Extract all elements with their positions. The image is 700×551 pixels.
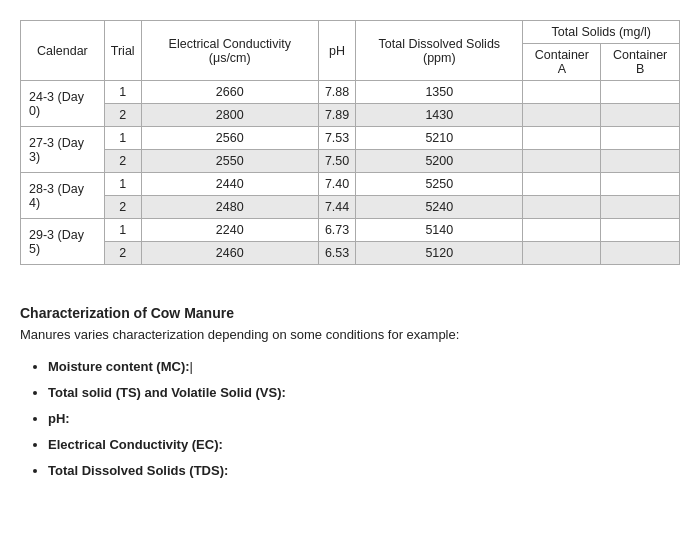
container-b-cell [601, 173, 680, 196]
container-b-cell [601, 196, 680, 219]
section-title: Characterization of Cow Manure [20, 305, 680, 321]
tds-cell: 5120 [356, 242, 523, 265]
container-a-cell [523, 127, 601, 150]
bullet-label: Electrical Conductivity (EC): [48, 437, 223, 452]
ph-cell: 7.89 [318, 104, 355, 127]
container-b-cell [601, 81, 680, 104]
container-b-cell [601, 150, 680, 173]
ph-cell: 7.44 [318, 196, 355, 219]
trial-cell: 1 [104, 219, 141, 242]
calendar-cell: 24-3 (Day 0) [21, 81, 105, 127]
container-a-cell [523, 196, 601, 219]
col-header-total-solids: Total Solids (mg/l) [523, 21, 680, 44]
container-a-cell [523, 81, 601, 104]
trial-cell: 1 [104, 173, 141, 196]
col-header-ph: pH [318, 21, 355, 81]
bullet-label: pH: [48, 411, 70, 426]
bullet-label: Total Dissolved Solids (TDS): [48, 463, 228, 478]
bullet-list: Moisture content (MC):|Total solid (TS) … [20, 354, 680, 484]
bullet-item: Moisture content (MC):| [48, 354, 680, 380]
tds-cell: 1350 [356, 81, 523, 104]
calendar-cell: 29-3 (Day 5) [21, 219, 105, 265]
container-a-cell [523, 242, 601, 265]
col-header-container-a: Container A [523, 44, 601, 81]
container-b-cell [601, 104, 680, 127]
col-header-tds: Total Dissolved Solids (ppm) [356, 21, 523, 81]
ec-cell: 2480 [141, 196, 318, 219]
characterization-section: Characterization of Cow Manure Manures v… [20, 295, 680, 494]
bullet-item: Electrical Conductivity (EC): [48, 432, 680, 458]
container-a-cell [523, 104, 601, 127]
ph-cell: 7.88 [318, 81, 355, 104]
col-header-ec: Electrical Conductivity (μs/cm) [141, 21, 318, 81]
ph-cell: 7.50 [318, 150, 355, 173]
tds-cell: 5240 [356, 196, 523, 219]
ph-cell: 7.40 [318, 173, 355, 196]
ec-cell: 2800 [141, 104, 318, 127]
ph-cell: 6.73 [318, 219, 355, 242]
trial-cell: 1 [104, 127, 141, 150]
col-header-container-b: Container B [601, 44, 680, 81]
trial-cell: 2 [104, 150, 141, 173]
trial-cell: 2 [104, 104, 141, 127]
section-description: Manures varies characterization dependin… [20, 327, 680, 342]
tds-cell: 5140 [356, 219, 523, 242]
data-table: Calendar Trial Electrical Conductivity (… [20, 20, 680, 265]
container-a-cell [523, 150, 601, 173]
tds-cell: 5250 [356, 173, 523, 196]
ec-cell: 2460 [141, 242, 318, 265]
ec-cell: 2550 [141, 150, 318, 173]
ec-cell: 2240 [141, 219, 318, 242]
container-b-cell [601, 242, 680, 265]
bullet-item: pH: [48, 406, 680, 432]
bullet-item: Total solid (TS) and Volatile Solid (VS)… [48, 380, 680, 406]
col-header-trial: Trial [104, 21, 141, 81]
container-b-cell [601, 219, 680, 242]
ph-cell: 6.53 [318, 242, 355, 265]
container-b-cell [601, 127, 680, 150]
tds-cell: 5200 [356, 150, 523, 173]
ph-cell: 7.53 [318, 127, 355, 150]
calendar-cell: 28-3 (Day 4) [21, 173, 105, 219]
bullet-label: Total solid (TS) and Volatile Solid (VS)… [48, 385, 286, 400]
ec-cell: 2560 [141, 127, 318, 150]
ec-cell: 2440 [141, 173, 318, 196]
container-a-cell [523, 219, 601, 242]
col-header-calendar: Calendar [21, 21, 105, 81]
trial-cell: 2 [104, 242, 141, 265]
trial-cell: 1 [104, 81, 141, 104]
tds-cell: 1430 [356, 104, 523, 127]
container-a-cell [523, 173, 601, 196]
tds-cell: 5210 [356, 127, 523, 150]
trial-cell: 2 [104, 196, 141, 219]
bullet-item: Total Dissolved Solids (TDS): [48, 458, 680, 484]
calendar-cell: 27-3 (Day 3) [21, 127, 105, 173]
bullet-label: Moisture content (MC): [48, 359, 190, 374]
ec-cell: 2660 [141, 81, 318, 104]
